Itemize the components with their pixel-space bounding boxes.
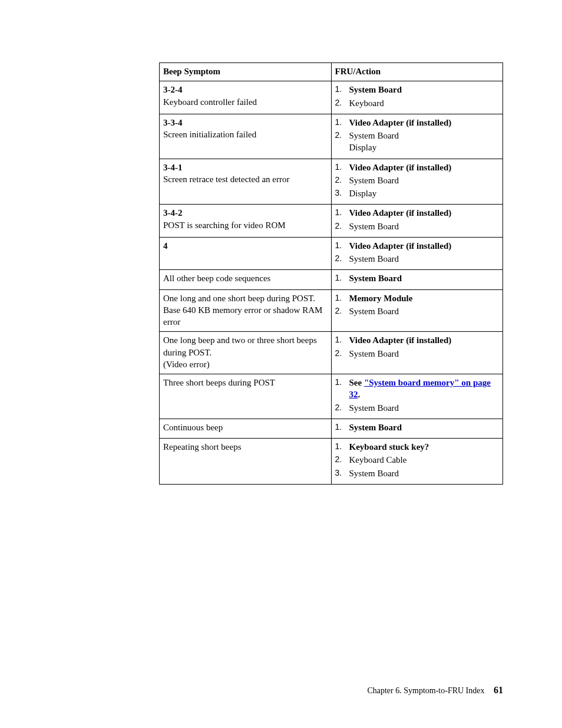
action-text: Keyboard Cable — [349, 455, 407, 465]
symptom-description: Screen initialization failed — [163, 130, 256, 139]
action-list: Video Adapter (if installed)System Board — [335, 207, 500, 232]
symptom-cell: 3-4-2POST is searching for video ROM — [160, 205, 332, 238]
symptom-cell: Repeating short beeps — [160, 439, 332, 485]
symptom-description: One long beep and two or three short bee… — [163, 335, 317, 357]
action-text: System Board — [349, 131, 399, 140]
action-item: Video Adapter (if installed) — [349, 207, 500, 219]
action-item: See "System board memory" on page 32. — [349, 377, 500, 401]
action-item: Display — [349, 187, 500, 199]
table-row: Repeating short beepsKeyboard stuck key?… — [160, 439, 503, 485]
action-list: System BoardKeyboard — [335, 84, 500, 109]
action-cell: System Board — [331, 419, 503, 438]
action-list: See "System board memory" on page 32.Sys… — [335, 377, 500, 414]
action-text: System Board — [349, 349, 399, 358]
action-item: System Board — [349, 220, 500, 232]
symptom-description: One long and one short beep during POST. — [163, 294, 315, 303]
action-text: Video Adapter (if installed) — [349, 335, 452, 345]
action-item: Keyboard Cable — [349, 454, 500, 466]
page-content: Beep Symptom FRU/Action 3-2-4Keyboard co… — [0, 0, 562, 485]
symptom-cell: One long and one short beep during POST.… — [160, 289, 332, 332]
action-text: System Board — [349, 254, 399, 263]
page-footer: Chapter 6. Symptom-to-FRU Index 61 — [367, 685, 503, 696]
action-list: Memory ModuleSystem Board — [335, 292, 500, 318]
table-row: 3-2-4Keyboard controller failedSystem Bo… — [160, 81, 503, 114]
action-item: System Board — [349, 84, 500, 95]
symptom-description: Repeating short beeps — [163, 442, 241, 452]
action-text: Video Adapter (if installed) — [349, 241, 452, 251]
action-item: Video Adapter (if installed) — [349, 117, 500, 129]
symptom-description: Continuous beep — [163, 423, 223, 432]
action-list: Video Adapter (if installed)System Board… — [335, 162, 500, 200]
action-item: Keyboard stuck key? — [349, 441, 500, 453]
action-text: Video Adapter (if installed) — [349, 208, 452, 218]
beep-code: 3-4-1 — [163, 163, 183, 172]
action-cell: Video Adapter (if installed)System Board — [331, 205, 503, 238]
action-text: Display — [349, 189, 377, 198]
symptom-cell: 4 — [160, 237, 332, 270]
action-list: System Board — [335, 272, 500, 284]
action-item: System Board — [349, 402, 500, 414]
symptom-cell: 3-2-4Keyboard controller failed — [160, 81, 332, 114]
action-cell: System BoardKeyboard — [331, 81, 503, 114]
symptom-description: POST is searching for video ROM — [163, 220, 286, 230]
action-cell: Memory ModuleSystem Board — [331, 289, 503, 332]
symptom-description: Three short beeps during POST — [163, 378, 275, 387]
beep-code: 3-4-2 — [163, 208, 183, 218]
action-text: Keyboard stuck key? — [349, 442, 429, 452]
action-text: System Board — [349, 85, 402, 94]
symptom-description: Screen retrace test detected an error — [163, 174, 289, 184]
action-item: Video Adapter (if installed) — [349, 162, 500, 173]
action-item: System Board — [349, 272, 500, 284]
symptom-cell: 3-4-1Screen retrace test detected an err… — [160, 159, 332, 205]
table-row: 4Video Adapter (if installed)System Boar… — [160, 237, 503, 270]
beep-symptom-table: Beep Symptom FRU/Action 3-2-4Keyboard co… — [159, 62, 503, 485]
table-row: 3-4-1Screen retrace test detected an err… — [160, 159, 503, 205]
action-list: Keyboard stuck key?Keyboard CableSystem … — [335, 441, 500, 479]
symptom-description: All other beep code sequences — [163, 274, 270, 283]
action-item: Memory Module — [349, 292, 500, 304]
action-list: Video Adapter (if installed)System Board… — [335, 117, 500, 154]
footer-chapter: Chapter 6. Symptom-to-FRU Index — [367, 686, 484, 695]
action-text: System Board — [349, 222, 399, 231]
action-item: Keyboard — [349, 97, 500, 109]
cross-reference-link[interactable]: "System board memory" on page 32 — [349, 378, 491, 399]
action-cell: Video Adapter (if installed)System Board — [331, 332, 503, 374]
table-row: Three short beeps during POSTSee "System… — [160, 374, 503, 419]
footer-page-number: 61 — [494, 685, 503, 695]
action-item: System Board — [349, 305, 500, 317]
action-text: System Board — [349, 469, 399, 478]
symptom-description: Keyboard controller failed — [163, 97, 257, 107]
action-cell: See "System board memory" on page 32.Sys… — [331, 374, 503, 419]
action-item: Video Adapter (if installed) — [349, 334, 500, 346]
action-item: System Board — [349, 174, 500, 186]
action-item: System Board — [349, 253, 500, 265]
action-item: Video Adapter (if installed) — [349, 240, 500, 252]
beep-code: 4 — [163, 241, 168, 251]
symptom-cell: Three short beeps during POST — [160, 374, 332, 419]
action-cell: Keyboard stuck key?Keyboard CableSystem … — [331, 439, 503, 485]
action-item: System Board — [349, 348, 500, 360]
table-row: 3-4-2POST is searching for video ROMVide… — [160, 205, 503, 238]
action-text: System Board — [349, 307, 399, 316]
symptom-cell: Continuous beep — [160, 419, 332, 438]
action-cell: Video Adapter (if installed)System Board… — [331, 114, 503, 159]
action-text: Memory Module — [349, 294, 413, 303]
header-symptom: Beep Symptom — [160, 63, 332, 81]
action-text: Display — [349, 143, 377, 152]
action-text: Keyboard — [349, 98, 384, 108]
header-action: FRU/Action — [331, 63, 503, 81]
action-list: System Board — [335, 421, 500, 433]
action-text: System Board — [349, 274, 402, 283]
action-text: System Board — [349, 403, 399, 413]
table-row: Continuous beepSystem Board — [160, 419, 503, 438]
symptom-cell: 3-3-4Screen initialization failed — [160, 114, 332, 159]
action-text: System Board — [349, 176, 399, 185]
action-item: System BoardDisplay — [349, 130, 500, 154]
action-cell: Video Adapter (if installed)System Board — [331, 237, 503, 270]
table-header-row: Beep Symptom FRU/Action — [160, 63, 503, 81]
symptom-cell: All other beep code sequences — [160, 270, 332, 289]
symptom-description: Base 640 KB memory error or shadow RAM e… — [163, 305, 322, 327]
symptom-cell: One long beep and two or three short bee… — [160, 332, 332, 374]
action-cell: Video Adapter (if installed)System Board… — [331, 159, 503, 205]
table-row: One long beep and two or three short bee… — [160, 332, 503, 374]
